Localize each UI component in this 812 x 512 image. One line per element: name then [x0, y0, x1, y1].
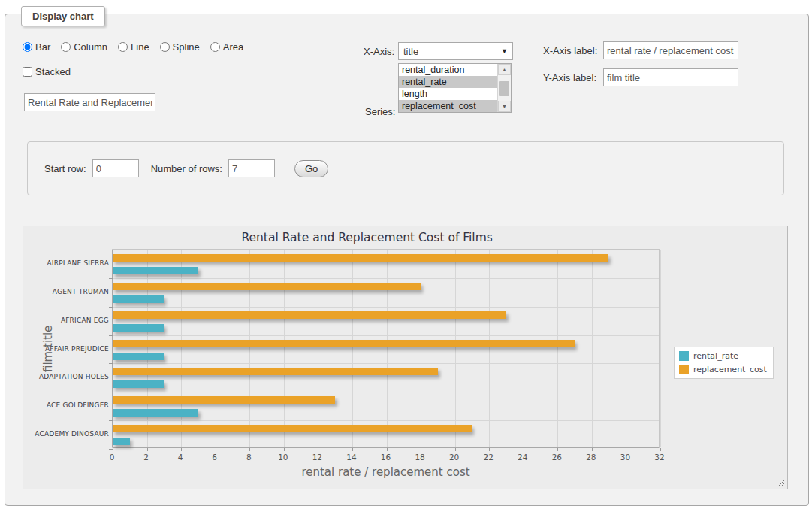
y-tick-mark	[109, 278, 113, 279]
vertical-gridline	[318, 250, 318, 447]
go-button[interactable]: Go	[294, 160, 328, 177]
horizontal-gridline	[113, 335, 659, 336]
chart-type-label: Area	[223, 41, 243, 53]
start-row-input[interactable]	[92, 159, 139, 177]
series-option-replacement_cost[interactable]: replacement_cost	[399, 100, 497, 112]
chart-title-input[interactable]	[24, 93, 155, 111]
category-label: ACE GOLDFINGER	[25, 401, 109, 410]
column-radio[interactable]	[61, 42, 71, 52]
legend-item: rental_rate	[679, 351, 767, 361]
series-listbox[interactable]: rental_durationrental_ratelengthreplacem…	[398, 63, 512, 113]
scrollbar-track[interactable]	[498, 75, 511, 101]
area-radio[interactable]	[210, 42, 220, 52]
bar-replacement_cost	[113, 425, 472, 432]
stacked-label: Stacked	[35, 66, 71, 77]
num-rows-input[interactable]	[228, 159, 275, 177]
x-tick-label: 6	[200, 453, 230, 462]
legend-label: replacement_cost	[693, 365, 767, 374]
x-tick-label: 16	[371, 453, 401, 462]
bar-replacement_cost	[113, 283, 421, 290]
y-tick-mark	[109, 420, 113, 421]
horizontal-gridline	[113, 307, 659, 308]
vertical-gridline	[421, 250, 421, 447]
x-tick-mark	[147, 448, 148, 451]
y-tick-mark	[109, 335, 113, 336]
x-tick-label: 20	[439, 453, 469, 462]
bar-rental_rate	[113, 438, 130, 445]
spline-radio[interactable]	[160, 42, 170, 52]
series-select-label: Series:	[365, 106, 395, 117]
x-tick-label: 10	[268, 453, 298, 462]
series-option-length[interactable]: length	[399, 88, 497, 100]
bar-rental_rate	[113, 295, 164, 303]
chart-type-label: Spline	[173, 41, 200, 53]
y-axis-label-caption: Y-Axis label:	[543, 72, 596, 83]
chart-title: Rental Rate and Replacement Cost of Film…	[23, 231, 711, 244]
pager-controls: Start row: Number of rows: Go	[44, 142, 328, 195]
horizontal-gridline	[113, 420, 659, 421]
x-axis-select-label: X-Axis:	[364, 46, 394, 57]
listbox-scrollbar[interactable]: ▲ ▼	[497, 64, 511, 112]
x-tick-label: 12	[302, 453, 332, 462]
bar-rental_rate	[113, 409, 198, 417]
y-axis-title: film title	[41, 326, 55, 372]
x-tick-mark	[455, 448, 456, 451]
y-axis-label-input[interactable]	[603, 68, 738, 86]
chart-legend: rental_ratereplacement_cost	[674, 347, 774, 379]
chart-type-option-line: Line	[118, 41, 149, 53]
plot-area	[112, 249, 660, 448]
series-options: rental_durationrental_ratelengthreplacem…	[399, 64, 497, 112]
stacked-option: Stacked	[23, 66, 71, 77]
vertical-gridline	[352, 250, 353, 447]
legend-swatch	[679, 351, 689, 361]
x-tick-label: 0	[97, 453, 127, 462]
scroll-up-icon[interactable]: ▲	[498, 64, 511, 75]
series-option-rental_rate[interactable]: rental_rate	[399, 76, 497, 88]
category-label: AFRICAN EGG	[25, 316, 109, 325]
x-tick-mark	[352, 448, 353, 451]
y-axis-line	[112, 250, 113, 447]
bar-replacement_cost	[113, 340, 575, 347]
x-axis-label-input[interactable]	[603, 41, 738, 59]
vertical-gridline	[660, 250, 661, 447]
vertical-gridline	[284, 250, 285, 447]
chart-type-option-column: Column	[61, 41, 107, 53]
chart-container: Rental Rate and Replacement Cost of Film…	[23, 226, 788, 489]
category-label: AGENT TRUMAN	[25, 287, 109, 296]
pager-box: Start row: Number of rows: Go	[27, 141, 784, 195]
chart-type-label: Line	[131, 41, 149, 53]
line-radio[interactable]	[118, 42, 128, 52]
resize-grip-icon[interactable]	[777, 478, 785, 486]
category-label: ADAPTATION HOLES	[25, 372, 109, 381]
vertical-gridline	[455, 250, 456, 447]
x-axis-select[interactable]: title ▼	[398, 42, 513, 60]
panel-title: Display chart	[21, 6, 105, 26]
x-axis-line	[113, 447, 659, 448]
chart-type-option-area: Area	[210, 41, 243, 53]
bar-radio[interactable]	[23, 42, 32, 52]
vertical-gridline	[216, 250, 216, 447]
chart-type-option-spline: Spline	[160, 41, 200, 53]
x-tick-label: 28	[576, 453, 606, 462]
chevron-down-icon: ▼	[501, 47, 508, 55]
scroll-down-icon[interactable]: ▼	[498, 101, 511, 112]
bar-rental_rate	[113, 267, 198, 274]
horizontal-gridline	[113, 363, 659, 364]
x-axis-title: rental rate / replacement cost	[112, 465, 660, 479]
x-tick-mark	[626, 448, 626, 451]
y-tick-mark	[109, 307, 113, 308]
y-tick-mark	[109, 392, 113, 392]
vertical-gridline	[557, 250, 558, 447]
series-option-rental_duration[interactable]: rental_duration	[399, 64, 497, 76]
x-tick-mark	[181, 448, 182, 451]
scrollbar-thumb[interactable]	[499, 81, 509, 96]
x-tick-mark	[489, 448, 490, 451]
bar-rental_rate	[113, 324, 164, 332]
stacked-checkbox[interactable]	[23, 67, 32, 77]
category-label: AIRPLANE SIERRA	[25, 259, 109, 268]
category-label: ACADEMY DINOSAUR	[25, 429, 109, 438]
y-tick-mark	[109, 363, 113, 364]
x-tick-mark	[113, 448, 113, 451]
vertical-gridline	[626, 250, 626, 447]
bar-replacement_cost	[113, 254, 608, 262]
